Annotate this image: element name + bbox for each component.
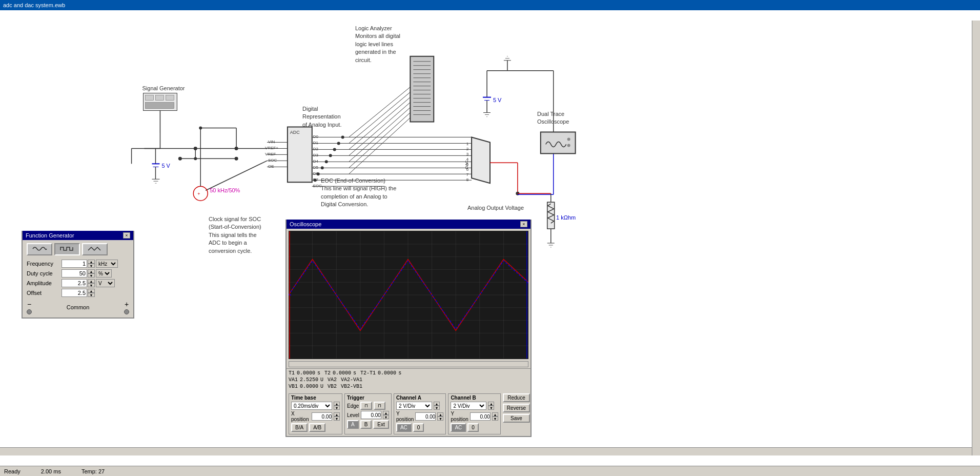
osc-trigger-b-btn[interactable]: B (360, 420, 372, 429)
osc-cha-scale-down[interactable]: ▼ (434, 406, 440, 410)
osc-chb-scale-select[interactable]: 2 V/Div (451, 402, 486, 410)
fg-duty-unit[interactable]: % (96, 269, 112, 277)
fg-plus-terminal[interactable]: + (124, 300, 129, 314)
fg-offset-spinner[interactable]: ▲ ▼ (88, 289, 95, 297)
osc-cha-dc-btn[interactable]: 0 (413, 423, 424, 432)
osc-readout-row1: T1 0.0000 s T2 0.0000 s T2-T1 0.0000 s (289, 370, 528, 376)
osc-chb-ypos-down[interactable]: ▼ (492, 417, 498, 421)
fg-offset-down[interactable]: ▼ (88, 293, 95, 297)
osc-cha-ypos-down[interactable]: ▼ (437, 417, 443, 421)
osc-ba-button[interactable]: B/A (291, 423, 308, 432)
osc-chb-scale-spinner[interactable]: ▲ ▼ (488, 402, 494, 410)
fg-duty-label: Duty cycle (27, 270, 62, 276)
fg-close-button[interactable]: × (123, 232, 130, 239)
osc-cha-ypos-spinner[interactable]: ▲ ▼ (437, 412, 443, 421)
osc-trigger-ext-btn[interactable]: Ext (373, 420, 389, 429)
osc-trigger-edge-btn2[interactable]: ⊓ (374, 402, 385, 410)
osc-level-spinner[interactable]: ▲ ▼ (383, 411, 389, 419)
vb2vb1-label: VB2-VB1 (341, 384, 362, 389)
status-bar: Ready 2.00 ms Temp: 27 (0, 466, 980, 476)
fg-triangle-button[interactable] (82, 243, 108, 255)
fg-titlebar: Function Generator × (23, 231, 133, 240)
svg-text:ADC: ADC (290, 130, 300, 135)
fg-minus-terminal[interactable]: − (27, 300, 32, 314)
osc-timebase-spinner[interactable]: ▲ ▼ (334, 402, 340, 410)
osc-reduce-button[interactable]: Reduce (503, 393, 530, 402)
osc-close-button[interactable]: × (520, 221, 527, 227)
osc-level-label: Level (347, 412, 359, 418)
osc-xpos-down[interactable]: ▼ (334, 417, 340, 421)
fg-offset-up[interactable]: ▲ (88, 289, 95, 293)
window-title: adc and dac system.ewb (3, 2, 65, 8)
t2t1-unit: s (398, 370, 401, 376)
fg-square-button[interactable] (54, 243, 80, 255)
osc-level-input[interactable] (361, 411, 381, 419)
osc-level-up[interactable]: ▲ (383, 411, 389, 415)
osc-edge-label: Edge (347, 403, 359, 409)
svg-text:5 V: 5 V (493, 97, 502, 103)
fg-amplitude-spinner[interactable]: ▲ ▼ (88, 279, 95, 287)
osc-cha-scale-spinner[interactable]: ▲ ▼ (434, 402, 440, 410)
osc-cha-coupling-row: AC 0 (396, 423, 443, 432)
fg-duty-spinner[interactable]: ▲ ▼ (88, 269, 95, 277)
fg-amplitude-unit[interactable]: V mV (96, 279, 115, 287)
osc-chb-dc-btn[interactable]: 0 (467, 423, 479, 432)
fg-amplitude-input[interactable] (62, 279, 87, 287)
osc-xpos-up[interactable]: ▲ (334, 412, 340, 417)
vb1-value: 0.0000 (300, 384, 318, 389)
fg-amp-up[interactable]: ▲ (88, 279, 95, 283)
oscilloscope-panel: Oscilloscope × (285, 220, 532, 437)
fg-duty-up[interactable]: ▲ (88, 269, 95, 273)
osc-timebase-up[interactable]: ▲ (334, 402, 340, 406)
svg-text:5 V: 5 V (161, 163, 170, 169)
fg-amp-down[interactable]: ▼ (88, 283, 95, 287)
scrollbar-bottom[interactable] (0, 447, 972, 455)
osc-cha-scale-up[interactable]: ▲ (434, 402, 440, 406)
fg-offset-input[interactable] (62, 289, 87, 297)
osc-channel-b-group: Channel B 2 V/Div ▲ ▼ Y position ▲ ▼ (448, 393, 500, 434)
osc-timebase-down[interactable]: ▼ (334, 406, 340, 410)
osc-cha-ac-btn[interactable]: AC (396, 423, 412, 432)
osc-chb-ac-btn[interactable]: AC (451, 423, 466, 432)
osc-reverse-button[interactable]: Reverse (503, 404, 530, 412)
osc-chb-ypos-up[interactable]: ▲ (492, 412, 498, 417)
osc-controls: Time base 0.20ms/div ▲ ▼ X position ▲ (287, 392, 530, 436)
fg-frequency-spinner[interactable]: ▲ ▼ (88, 260, 95, 268)
fg-sine-button[interactable] (27, 243, 52, 255)
osc-trigger-edge-btn[interactable]: ⊓ (360, 402, 372, 410)
osc-t1-cell: T1 0.0000 s (289, 370, 320, 376)
osc-xpos-spinner[interactable]: ▲ ▼ (334, 412, 340, 421)
osc-scrollbar[interactable] (289, 361, 528, 367)
osc-chb-ypos-input[interactable] (470, 412, 491, 421)
fg-minus-dot[interactable] (27, 309, 32, 314)
fg-freq-up[interactable]: ▲ (88, 260, 95, 264)
osc-chb-scale-up[interactable]: ▲ (488, 402, 494, 406)
osc-chb-scale-row: 2 V/Div ▲ ▼ (451, 402, 498, 410)
osc-level-down[interactable]: ▼ (383, 415, 389, 419)
fg-freq-down[interactable]: ▼ (88, 264, 95, 268)
fg-duty-down[interactable]: ▼ (88, 273, 95, 277)
osc-cha-ypos-up[interactable]: ▲ (437, 412, 443, 417)
fg-frequency-label: Frequency (27, 261, 62, 267)
fg-plus-dot[interactable] (124, 309, 129, 314)
fg-frequency-row: Frequency ▲ ▼ kHz Hz MHz (27, 260, 129, 268)
osc-chb-scale-down[interactable]: ▼ (488, 406, 494, 410)
svg-text:6: 6 (466, 167, 469, 172)
osc-ab-button[interactable]: A/B (309, 423, 325, 432)
fg-duty-input[interactable] (62, 269, 87, 277)
osc-save-button[interactable]: Save (503, 414, 530, 423)
svg-text:VREF-: VREF- (265, 152, 277, 156)
osc-cha-ypos-input[interactable] (415, 412, 436, 421)
svg-marker-107 (472, 137, 490, 183)
osc-trigger-a-btn[interactable]: A (347, 420, 359, 429)
osc-xpos-input[interactable] (312, 412, 332, 421)
osc-chb-ypos-spinner[interactable]: ▲ ▼ (492, 412, 498, 421)
osc-cha-scale-select[interactable]: 2 V/Div (396, 402, 432, 410)
svg-rect-1 (146, 95, 154, 101)
svg-point-56 (194, 157, 197, 160)
fg-frequency-input[interactable] (62, 260, 87, 268)
fg-frequency-unit[interactable]: kHz Hz MHz (96, 260, 118, 268)
osc-timebase-select[interactable]: 0.20ms/div (291, 402, 332, 410)
osc-trigger-title: Trigger (347, 395, 389, 401)
scrollbar-right[interactable] (972, 21, 980, 455)
